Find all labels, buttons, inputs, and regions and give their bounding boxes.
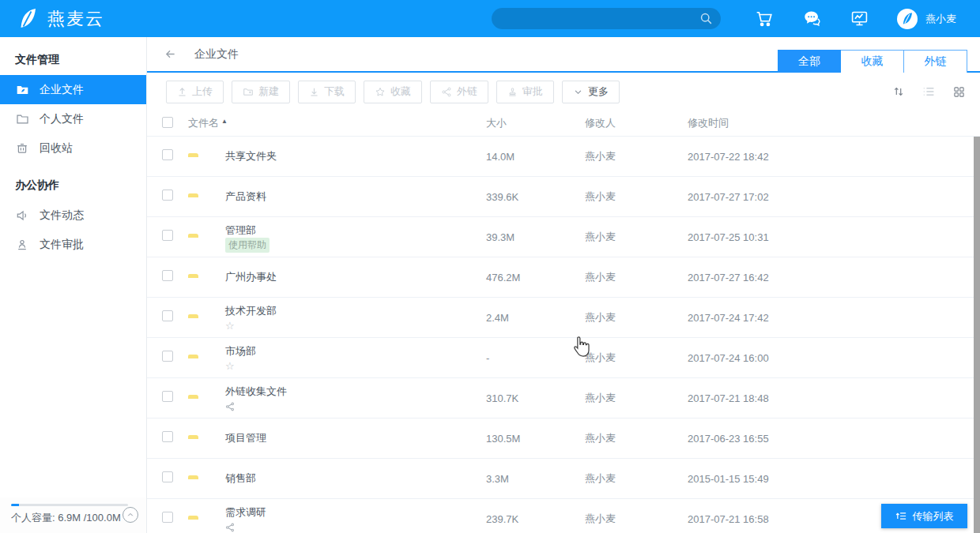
star-icon bbox=[375, 87, 386, 97]
user-menu[interactable]: 燕小麦 bbox=[897, 9, 956, 29]
table-row[interactable]: 广州办事处 476.2M 燕小麦 2017-07-27 16:42 bbox=[147, 257, 980, 298]
table-row[interactable]: 外链收集文件 310.7K 燕小麦 2017-07-21 18:48 bbox=[147, 378, 980, 419]
external-link-button[interactable]: 外链 bbox=[430, 81, 488, 103]
column-header-modifier[interactable]: 修改人 bbox=[585, 116, 688, 130]
file-size: 239.7K bbox=[486, 513, 585, 525]
chat-icon[interactable] bbox=[802, 9, 821, 28]
list-view-icon[interactable] bbox=[922, 84, 936, 99]
file-size: 130.5M bbox=[486, 433, 585, 445]
row-checkbox[interactable] bbox=[162, 431, 173, 442]
sidebar-item-file-approval[interactable]: 文件审批 bbox=[0, 230, 146, 259]
upload-button[interactable]: 上传 bbox=[166, 81, 224, 103]
row-checkbox[interactable] bbox=[162, 190, 173, 201]
column-header-time[interactable]: 修改时间 bbox=[688, 116, 980, 130]
row-checkbox[interactable] bbox=[162, 512, 173, 523]
download-icon bbox=[309, 87, 319, 97]
file-size: 310.7K bbox=[486, 392, 585, 404]
favorite-button[interactable]: 收藏 bbox=[364, 81, 422, 103]
file-name[interactable]: 销售部 bbox=[225, 471, 486, 486]
sort-icon[interactable] bbox=[891, 84, 906, 99]
file-name[interactable]: 管理部 bbox=[225, 223, 486, 238]
avatar[interactable] bbox=[897, 9, 918, 29]
file-modifier: 燕小麦 bbox=[585, 351, 688, 365]
file-modifier: 燕小麦 bbox=[585, 431, 688, 445]
table-row[interactable]: 技术开发部 ☆ 2.4M 燕小麦 2017-07-24 17:42 bbox=[147, 298, 980, 338]
column-header-name[interactable]: 文件名 ▲ bbox=[188, 116, 486, 130]
table-row[interactable]: 销售部 3.3M 燕小麦 2015-01-15 15:49 bbox=[147, 459, 980, 499]
row-checkbox[interactable] bbox=[162, 310, 173, 321]
table-row[interactable]: 需求调研 239.7K 燕小麦 2017-07-21 16:58 bbox=[147, 499, 980, 533]
row-checkbox[interactable] bbox=[162, 351, 173, 362]
favorited-star-icon: ☆ bbox=[225, 361, 235, 371]
sidebar-item-label: 个人文件 bbox=[40, 112, 84, 126]
speaker-icon bbox=[15, 208, 29, 223]
back-button[interactable] bbox=[164, 48, 177, 60]
search-input[interactable] bbox=[492, 8, 721, 29]
app-logo[interactable]: 燕麦云 bbox=[0, 7, 285, 31]
table-row[interactable]: 管理部 使用帮助 39.3M 燕小麦 2017-07-25 10:31 bbox=[147, 217, 980, 257]
download-button[interactable]: 下载 bbox=[298, 81, 356, 103]
file-list: 共享文件夹 14.0M 燕小麦 2017-07-22 18:42 产品资料 33… bbox=[147, 137, 980, 533]
file-modifier: 燕小麦 bbox=[585, 230, 688, 244]
file-name[interactable]: 项目管理 bbox=[225, 431, 486, 445]
help-badge: 使用帮助 bbox=[225, 238, 270, 253]
cart-icon[interactable] bbox=[755, 9, 774, 28]
capacity-collapse-button[interactable] bbox=[122, 507, 138, 523]
sidebar-item-file-activity[interactable]: 文件动态 bbox=[0, 201, 146, 230]
favorited-star-icon: ☆ bbox=[225, 321, 235, 331]
file-name[interactable]: 产品资料 bbox=[225, 190, 486, 204]
sidebar-item-label: 回收站 bbox=[40, 141, 73, 156]
file-size: 476.2M bbox=[486, 272, 585, 283]
file-size: 339.6K bbox=[486, 191, 585, 203]
tab-all[interactable]: 全部 bbox=[778, 50, 841, 73]
view-toggle-group bbox=[891, 73, 966, 111]
sidebar-item-personal-files[interactable]: 个人文件 bbox=[0, 104, 146, 133]
row-checkbox[interactable] bbox=[162, 230, 173, 241]
row-checkbox[interactable] bbox=[162, 471, 173, 482]
file-size: 3.3M bbox=[486, 473, 585, 485]
approve-button[interactable]: 审批 bbox=[496, 81, 554, 103]
header-action-icons: 燕小麦 bbox=[755, 0, 980, 37]
enterprise-folder-icon bbox=[15, 83, 29, 97]
tab-external-links[interactable]: 外链 bbox=[904, 50, 967, 73]
username-label: 燕小麦 bbox=[925, 12, 956, 26]
sidebar: 文件管理 企业文件 个人文件 bbox=[0, 37, 147, 533]
sidebar-item-label: 文件审批 bbox=[40, 238, 84, 252]
file-name[interactable]: 广州办事处 bbox=[225, 270, 486, 284]
file-modifier: 燕小麦 bbox=[585, 149, 688, 163]
file-name[interactable]: 技术开发部 bbox=[225, 304, 486, 318]
app-window: 燕麦云 bbox=[0, 0, 980, 533]
file-name[interactable]: 共享文件夹 bbox=[225, 149, 486, 163]
row-checkbox[interactable] bbox=[162, 149, 173, 160]
sidebar-item-recycle-bin[interactable]: 回收站 bbox=[0, 133, 146, 163]
transfer-list-button[interactable]: 传输列表 bbox=[881, 504, 967, 528]
row-checkbox[interactable] bbox=[162, 391, 173, 402]
table-row[interactable]: 市场部 ☆ - 燕小麦 2017-07-24 16:00 bbox=[147, 338, 980, 378]
table-row[interactable]: 产品资料 339.6K 燕小麦 2017-07-27 17:02 bbox=[147, 177, 980, 217]
search-icon[interactable] bbox=[699, 12, 713, 25]
tab-favorites[interactable]: 收藏 bbox=[841, 50, 904, 73]
new-folder-button[interactable]: 新建 bbox=[232, 81, 290, 103]
breadcrumb[interactable]: 企业文件 bbox=[194, 47, 239, 62]
column-header-size[interactable]: 大小 bbox=[486, 116, 585, 130]
monitor-icon[interactable] bbox=[850, 9, 869, 28]
row-checkbox[interactable] bbox=[162, 270, 173, 281]
more-button[interactable]: 更多 bbox=[562, 81, 620, 103]
file-modifier: 燕小麦 bbox=[585, 310, 688, 325]
vertical-scrollbar[interactable] bbox=[974, 137, 980, 533]
select-all-checkbox[interactable] bbox=[162, 117, 173, 128]
file-modifier: 燕小麦 bbox=[585, 471, 688, 486]
file-name[interactable]: 需求调研 bbox=[225, 505, 486, 520]
file-time: 2017-07-22 18:42 bbox=[688, 151, 980, 163]
grid-view-icon[interactable] bbox=[952, 84, 966, 99]
file-name[interactable]: 市场部 bbox=[225, 344, 486, 358]
file-name[interactable]: 外链收集文件 bbox=[225, 385, 486, 399]
share-icon bbox=[441, 87, 452, 97]
breadcrumb-bar: 企业文件 全部 收藏 外链 bbox=[147, 37, 980, 73]
sidebar-item-enterprise-files[interactable]: 企业文件 bbox=[0, 75, 146, 104]
table-row[interactable]: 共享文件夹 14.0M 燕小麦 2017-07-22 18:42 bbox=[147, 137, 980, 177]
main-content: 企业文件 全部 收藏 外链 上传 新建 下载 收藏 bbox=[147, 37, 980, 533]
table-row[interactable]: 项目管理 130.5M 燕小麦 2017-06-23 16:55 bbox=[147, 419, 980, 459]
file-time: 2015-01-15 15:49 bbox=[688, 473, 980, 485]
sidebar-section-file-management: 文件管理 bbox=[0, 37, 146, 75]
